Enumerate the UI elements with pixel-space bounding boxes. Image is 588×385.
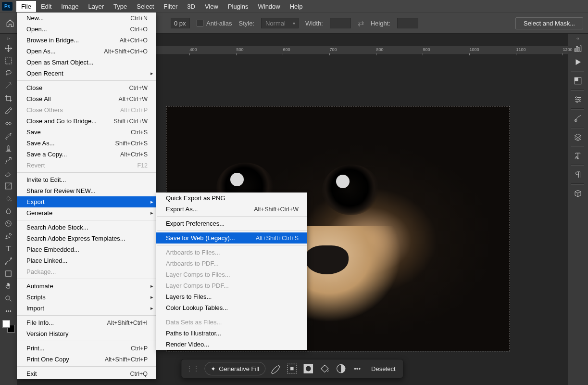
menu-edit[interactable]: Edit <box>36 1 56 12</box>
menu-window[interactable]: Window <box>253 1 285 12</box>
file-menu-item-19[interactable]: Generate <box>17 207 156 218</box>
generative-fill-button[interactable]: ✦ Generative Fill <box>204 362 265 375</box>
tool-marquee[interactable] <box>1 54 16 67</box>
file-menu-item-5[interactable]: Open Recent <box>17 68 156 79</box>
tool-blur[interactable] <box>1 205 16 217</box>
export-menu-item-1[interactable]: Export As...Alt+Shift+Ctrl+W <box>156 204 307 215</box>
menu-type[interactable]: Type <box>109 1 132 12</box>
file-menu-item-2[interactable]: Browse in Bridge...Alt+Ctrl+O <box>17 35 156 46</box>
brush-settings[interactable] <box>571 112 585 125</box>
histogram[interactable] <box>571 42 585 55</box>
deselect-button[interactable]: Deselect <box>367 365 400 372</box>
file-menu-item-17[interactable]: Share for Review NEW... <box>17 185 156 196</box>
tool-eraser[interactable] <box>1 167 16 180</box>
file-menu-item-11[interactable]: SaveCtrl+S <box>17 127 156 138</box>
select-and-mask-button[interactable]: Select and Mask... <box>515 17 583 29</box>
play-icon[interactable] <box>571 55 585 69</box>
tool-stamp[interactable] <box>1 142 16 154</box>
tool-dots[interactable] <box>1 305 16 317</box>
export-menu-item-16[interactable]: Render Video... <box>156 339 307 350</box>
adjust-icon[interactable] <box>335 362 347 375</box>
file-menu-item-32[interactable]: Version History <box>17 328 156 339</box>
export-menu-item-15[interactable]: Paths to Illustrator... <box>156 328 307 339</box>
file-menu-item-7[interactable]: CloseCtrl+W <box>17 82 156 93</box>
export-menu-item-3[interactable]: Export Preferences... <box>156 218 307 229</box>
text-icon[interactable] <box>571 149 585 163</box>
file-menu-item-27[interactable]: Automate <box>17 281 156 292</box>
file-menu-item-0[interactable]: New...Ctrl+N <box>17 13 156 24</box>
export-menu-item-11[interactable]: Layers to Files... <box>156 291 307 302</box>
menu-help[interactable]: Help <box>285 1 308 12</box>
file-menu-item-21[interactable]: Search Adobe Stock... <box>17 222 156 233</box>
file-menu-item-16[interactable]: Invite to Edit... <box>17 174 156 185</box>
menu-view[interactable]: View <box>200 1 223 12</box>
home-icon[interactable] <box>5 18 15 28</box>
file-menu-item-3[interactable]: Open As...Alt+Shift+Ctrl+O <box>17 46 156 57</box>
adjustments[interactable] <box>571 93 585 106</box>
file-menu-item-10[interactable]: Close and Go to Bridge...Shift+Ctrl+W <box>17 116 156 127</box>
tool-path[interactable] <box>1 255 16 267</box>
feather-field[interactable]: 0 px <box>171 18 190 28</box>
tool-zoom[interactable] <box>1 292 16 305</box>
file-menu-item-35[interactable]: Print One CopyAlt+Shift+Ctrl+P <box>17 354 156 365</box>
file-menu-item-23[interactable]: Place Embedded... <box>17 244 156 255</box>
tool-bucket[interactable] <box>1 192 16 205</box>
expand-toolbar-icon[interactable]: ›› <box>0 35 17 42</box>
style-select[interactable]: Normal <box>261 18 299 28</box>
tool-crop[interactable] <box>1 92 16 104</box>
file-menu-item-8[interactable]: Close AllAlt+Ctrl+W <box>17 93 156 104</box>
menu-layer[interactable]: Layer <box>84 1 109 12</box>
tool-pen[interactable] <box>1 230 16 242</box>
tool-lasso[interactable] <box>1 67 16 79</box>
tool-eyedrop[interactable] <box>1 104 16 117</box>
menu-plugins[interactable]: Plugins <box>223 1 253 12</box>
more-icon[interactable]: ••• <box>351 362 363 375</box>
modify-selection-icon[interactable] <box>286 362 298 375</box>
file-menu-item-29[interactable]: Import <box>17 303 156 314</box>
export-menu-item-12[interactable]: Color Lookup Tables... <box>156 302 307 313</box>
file-menu-item-1[interactable]: Open...Ctrl+O <box>17 24 156 35</box>
cube-icon[interactable] <box>571 187 585 200</box>
file-menu-item-22[interactable]: Search Adobe Express Templates... <box>17 233 156 244</box>
brush-selection-icon[interactable] <box>269 362 282 375</box>
export-menu-item-5[interactable]: Save for Web (Legacy)...Alt+Shift+Ctrl+S <box>156 232 307 244</box>
fg-color-swatch[interactable] <box>2 320 10 328</box>
collapse-right-icon[interactable]: ‹‹ <box>576 35 579 42</box>
file-menu-item-34[interactable]: Print...Ctrl+P <box>17 343 156 354</box>
app-logo[interactable]: Ps <box>2 2 13 11</box>
drag-handle-icon[interactable]: ⋮⋮ <box>185 365 200 372</box>
layers-icon[interactable] <box>571 130 585 144</box>
menu-filter[interactable]: Filter <box>159 1 182 12</box>
menu-select[interactable]: Select <box>132 1 159 12</box>
fill-icon[interactable] <box>318 362 331 375</box>
tool-brush[interactable] <box>1 129 16 142</box>
paragraph-icon[interactable] <box>571 168 585 181</box>
tool-sponge[interactable] <box>1 217 16 230</box>
menu-image[interactable]: Image <box>56 1 83 12</box>
tool-heal[interactable] <box>1 117 16 129</box>
tool-hand[interactable] <box>1 280 16 292</box>
mask-icon[interactable] <box>302 362 314 375</box>
swatches[interactable] <box>571 74 585 88</box>
file-menu-item-37[interactable]: ExitCtrl+Q <box>17 368 156 379</box>
export-menu-item-0[interactable]: Quick Export as PNG <box>156 192 307 204</box>
file-menu-item-24[interactable]: Place Linked... <box>17 255 156 266</box>
tool-move[interactable] <box>1 42 16 54</box>
tool-gradient[interactable] <box>1 180 16 192</box>
tool-wand[interactable] <box>1 79 16 92</box>
menu-3d[interactable]: 3D <box>182 1 200 12</box>
height-field[interactable] <box>397 18 418 28</box>
tool-history[interactable] <box>1 154 16 167</box>
width-field[interactable] <box>330 18 351 28</box>
menu-file[interactable]: File <box>16 1 36 12</box>
swap-dims-icon[interactable]: ⇄ <box>358 19 364 28</box>
file-menu-item-12[interactable]: Save As...Shift+Ctrl+S <box>17 138 156 149</box>
tool-shape[interactable] <box>1 267 16 280</box>
tool-type[interactable] <box>1 242 16 255</box>
file-menu-item-13[interactable]: Save a Copy...Alt+Ctrl+S <box>17 149 156 160</box>
antialias-checkbox[interactable] <box>197 20 203 26</box>
file-menu-item-31[interactable]: File Info...Alt+Shift+Ctrl+I <box>17 317 156 328</box>
file-menu-item-4[interactable]: Open as Smart Object... <box>17 57 156 68</box>
file-menu-item-28[interactable]: Scripts <box>17 292 156 303</box>
file-menu-item-18[interactable]: Export <box>17 196 156 207</box>
